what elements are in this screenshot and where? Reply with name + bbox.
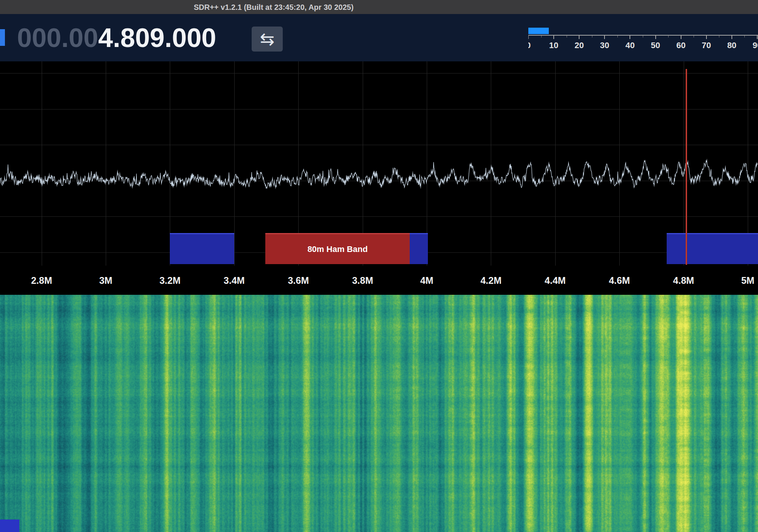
snr-meter-tick-label: 40 — [625, 41, 634, 50]
snr-meter-fill-bar — [528, 28, 549, 34]
snr-meter-tick — [655, 36, 656, 39]
retune-swap-button[interactable]: ⇆ — [252, 27, 283, 52]
frequency-tick-label: 3M — [99, 275, 113, 286]
snr-meter-minor-tick — [617, 36, 618, 38]
window-title-bar: SDR++ v1.2.1 (Built at 23:45:20, Apr 30 … — [0, 0, 758, 14]
snr-meter-scale-line — [528, 35, 758, 36]
frequency-tick-label: 3.2M — [160, 275, 181, 286]
snr-meter-tick-label: 0 — [528, 41, 531, 50]
snr-meter-tick — [528, 36, 529, 39]
frequency-tick-label: 4.8M — [673, 275, 694, 286]
snr-meter-minor-tick — [694, 36, 694, 38]
waterfall-view[interactable] — [0, 295, 758, 532]
swap-arrows-icon: ⇆ — [260, 30, 275, 48]
frequency-tick-label: 3.8M — [352, 275, 373, 286]
snr-meter-tick — [553, 36, 554, 39]
waterfall-canvas — [0, 295, 758, 532]
sdrpp-window: SDR++ v1.2.1 (Built at 23:45:20, Apr 30 … — [0, 0, 758, 532]
corner-blue-marker — [0, 519, 19, 532]
snr-meter-minor-tick — [567, 36, 567, 38]
frequency-active-digits: 4.809.000 — [98, 23, 216, 53]
frequency-dim-digits: 000.00 — [17, 23, 98, 53]
toolbar-left-accent — [0, 29, 5, 46]
snr-meter-tick-label: 70 — [702, 41, 711, 50]
frequency-tick-label: 5M — [741, 275, 755, 286]
snr-meter-tick — [731, 36, 732, 39]
frequency-scale[interactable]: 2.8M3M3.2M3.4M3.6M3.8M4M4.2M4.4M4.6M4.8M… — [0, 266, 758, 295]
snr-meter-tick-label: 60 — [676, 41, 685, 50]
snr-meter-tick — [706, 36, 707, 39]
snr-meter-tick-label: 50 — [651, 41, 660, 50]
spectrum-trace-canvas — [0, 61, 758, 266]
tuned-frequency-marker[interactable] — [686, 69, 687, 265]
frequency-tick-label: 4.2M — [481, 275, 502, 286]
snr-meter-minor-tick — [719, 36, 719, 38]
window-title: SDR++ v1.2.1 (Built at 23:45:20, Apr 30 … — [194, 3, 354, 11]
frequency-tick-label: 4.4M — [545, 275, 566, 286]
snr-meter-tick — [681, 36, 681, 39]
snr-meter-tick — [757, 36, 758, 39]
snr-meter-minor-tick — [541, 36, 542, 38]
snr-meter-tick — [604, 36, 605, 39]
frequency-tick-label: 3.4M — [224, 275, 245, 286]
snr-meter-tick-label: 90 — [753, 41, 758, 50]
snr-meter-tick-label: 80 — [727, 41, 736, 50]
snr-meter-minor-tick — [744, 36, 745, 38]
frequency-display[interactable]: 000.004.809.000 — [17, 25, 216, 51]
frequency-tick-label: 3.6M — [288, 275, 309, 286]
snr-meter-minor-tick — [592, 36, 592, 38]
snr-meter-tick-label: 20 — [575, 41, 584, 50]
snr-meter-minor-tick — [668, 36, 669, 38]
snr-meter: 0102030405060708090 — [528, 27, 758, 58]
snr-meter-minor-tick — [643, 36, 643, 38]
top-toolbar: 000.004.809.000 ⇆ 0102030405060708090 — [0, 14, 758, 61]
snr-meter-tick-label: 30 — [600, 41, 609, 50]
spectrum-view[interactable]: 80m Ham Band — [0, 61, 758, 266]
frequency-tick-label: 2.8M — [31, 275, 52, 286]
frequency-tick-label: 4M — [420, 275, 434, 286]
snr-meter-tick-label: 10 — [549, 41, 558, 50]
frequency-tick-label: 4.6M — [609, 275, 630, 286]
snr-meter-tick — [630, 36, 630, 39]
snr-meter-tick — [579, 36, 579, 39]
